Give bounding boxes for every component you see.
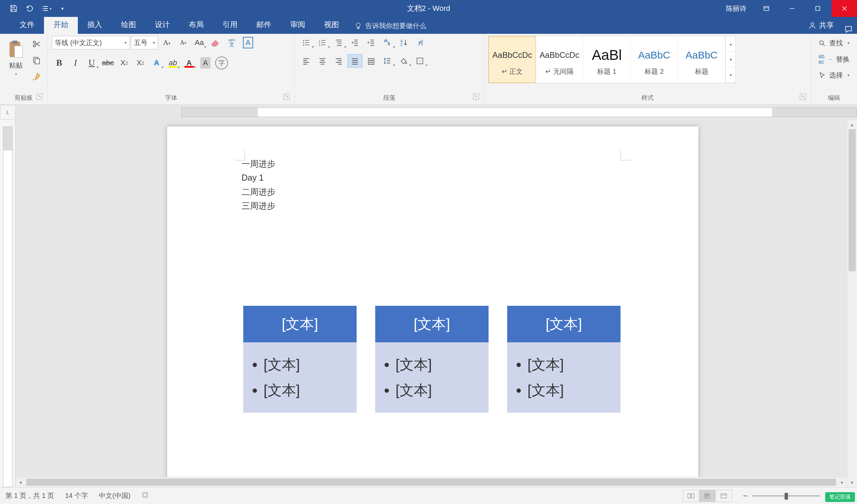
align-center-button[interactable] [315,54,330,68]
read-mode-button[interactable] [683,490,699,502]
bullets-button[interactable] [299,36,314,49]
minimize-button[interactable] [780,0,804,17]
macro-indicator[interactable] [141,491,149,500]
tab-selector[interactable]: L [0,105,16,120]
text-effects-button[interactable]: A [149,56,164,70]
smartart-body[interactable]: [文本] [文本] [375,342,489,413]
web-layout-button[interactable] [716,490,732,502]
line-spacing-button[interactable] [380,54,395,68]
user-name[interactable]: 陈丽诗 [720,4,753,13]
font-name-combo[interactable]: 等线 (中文正文)▾ [52,36,130,49]
style-normal[interactable]: AaBbCcDc↵ 正文 [489,36,536,83]
tab-home[interactable]: 开始 [44,16,78,34]
tab-review[interactable]: 审阅 [281,16,315,34]
smartart-header[interactable]: [文本] [375,306,489,342]
document-scroll-area[interactable]: 一周进步 Day 1 二周进步 三周进步 [文本] [文本] [文本] [文本] [16,120,857,487]
smartart-item[interactable]: [文本] [516,352,612,377]
page-indicator[interactable]: 第 1 页，共 1 页 [5,491,54,500]
paragraph-launcher[interactable]: ⤡ [473,94,479,100]
tab-draw[interactable]: 绘图 [112,16,146,34]
zoom-slider[interactable] [753,495,820,497]
vertical-ruler[interactable] [0,120,16,487]
replace-button[interactable]: abac→替换 [815,52,853,66]
smartart-header[interactable]: [文本] [243,306,357,342]
paste-button[interactable]: 粘贴 ▾ [4,36,28,80]
smartart-item[interactable]: [文本] [252,352,348,377]
undo-button[interactable] [23,2,36,15]
smartart-item[interactable]: [文本] [516,377,612,403]
font-size-combo[interactable]: 五号▾ [131,36,158,49]
list-qat-button[interactable]: ▾ [39,2,53,15]
gallery-scroll[interactable]: ▴▾▾ [725,36,736,83]
phonetic-guide-button[interactable]: wén文 [224,36,239,49]
smartart-item[interactable]: [文本] [384,377,480,403]
find-button[interactable]: 查找▾ [815,37,853,49]
format-painter-button[interactable] [30,70,43,83]
doc-line[interactable]: 一周进步 [241,157,624,171]
grow-font-button[interactable]: A▴ [159,36,174,49]
print-layout-button[interactable] [699,490,716,502]
numbering-button[interactable]: 123 [315,36,330,49]
smartart-card[interactable]: [文本] [文本] [文本] [243,306,357,413]
sort-button[interactable]: AZ [396,36,411,49]
horizontal-ruler[interactable] [16,105,857,120]
smartart-item[interactable]: [文本] [252,377,348,403]
char-border-button[interactable]: A [240,36,255,49]
smartart-card[interactable]: [文本] [文本] [文本] [375,306,489,413]
font-color-button[interactable]: A [182,56,197,70]
superscript-button[interactable]: X2 [133,56,148,70]
document-body[interactable]: 一周进步 Day 1 二周进步 三周进步 [241,157,624,213]
horizontal-scrollbar[interactable]: ◂▸ [16,477,847,487]
doc-line[interactable]: 二周进步 [241,185,624,199]
share-button[interactable]: 共享 [802,17,840,34]
smartart-body[interactable]: [文本] [文本] [243,342,357,413]
shrink-font-button[interactable]: A▾ [175,36,190,49]
smartart-body[interactable]: [文本] [文本] [507,342,621,413]
bold-button[interactable]: B [52,56,67,70]
style-title[interactable]: AaBbC标题 [678,36,725,83]
asian-layout-button[interactable] [380,36,395,49]
smartart-card[interactable]: [文本] [文本] [文本] [507,306,621,413]
maximize-button[interactable] [806,0,829,17]
smartart-header[interactable]: [文本] [507,306,621,342]
highlight-button[interactable]: ab [165,56,180,70]
multilevel-button[interactable] [331,36,346,49]
doc-line[interactable]: 三周进步 [241,199,624,213]
char-shading-button[interactable]: A [198,56,213,70]
align-justify-button[interactable] [348,54,363,68]
vertical-scrollbar[interactable]: ▴▾ [847,120,857,487]
tell-me-search[interactable]: 告诉我你想要做什么 [349,18,432,34]
doc-line[interactable]: Day 1 [241,171,624,185]
subscript-button[interactable]: X2 [117,56,132,70]
word-count[interactable]: 14 个字 [65,491,88,500]
tab-design[interactable]: 设计 [146,16,179,34]
style-nospacing[interactable]: AaBbCcDc↵ 无间隔 [536,36,583,83]
strikethrough-button[interactable]: abc [100,56,115,70]
ribbon-display-button[interactable] [755,0,778,17]
font-launcher[interactable]: ⤡ [284,94,290,100]
close-button[interactable] [831,0,857,17]
change-case-button[interactable]: Aa [192,36,207,49]
italic-button[interactable]: I [68,56,83,70]
tab-insert[interactable]: 插入 [78,16,112,34]
smartart-graphic[interactable]: [文本] [文本] [文本] [文本] [文本] [文本] [文本] [243,306,621,413]
shading-button[interactable] [396,54,411,68]
tab-references[interactable]: 引用 [213,16,247,34]
copy-button[interactable] [30,54,43,66]
tab-file[interactable]: 文件 [10,16,44,34]
tab-layout[interactable]: 布局 [179,16,213,34]
clipboard-launcher[interactable]: ⤡ [36,94,43,100]
styles-gallery[interactable]: AaBbCcDc↵ 正文 AaBbCcDc↵ 无间隔 AaBl标题 1 AaBb… [488,36,736,83]
styles-launcher[interactable]: ⤡ [800,94,806,100]
page[interactable]: 一周进步 Day 1 二周进步 三周进步 [文本] [文本] [文本] [文本] [167,127,698,487]
underline-button[interactable]: U [84,56,99,70]
tab-view[interactable]: 视图 [315,16,349,34]
language-indicator[interactable]: 中文(中国) [99,491,130,500]
smartart-item[interactable]: [文本] [384,352,480,377]
save-button[interactable] [7,2,20,15]
clear-format-button[interactable] [208,36,223,49]
borders-button[interactable] [413,54,427,68]
style-heading2[interactable]: AaBbC标题 2 [631,36,678,83]
enclose-char-button[interactable]: 字 [214,56,229,70]
customize-qat-button[interactable]: ▾ [55,2,69,15]
